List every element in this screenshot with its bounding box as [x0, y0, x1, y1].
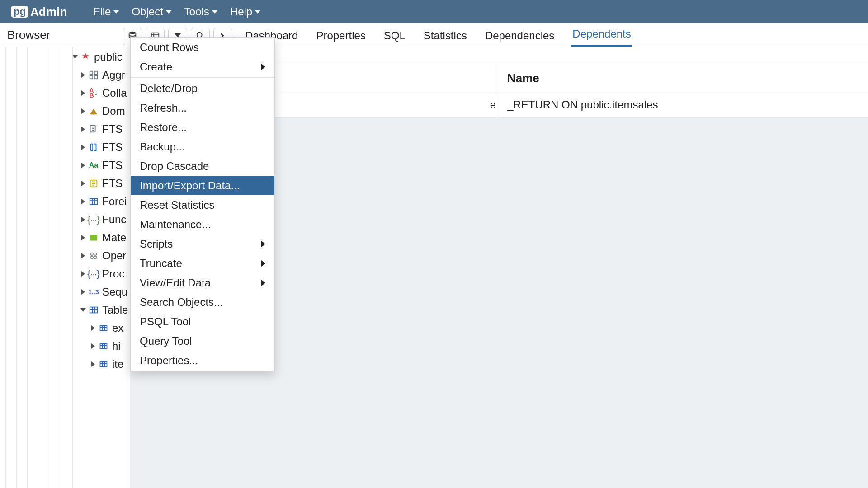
tree-item-dom[interactable]: Dom: [1, 102, 130, 120]
context-menu-item-reset_stats[interactable]: Reset Statistics: [131, 195, 274, 215]
expand-toggle-icon[interactable]: [81, 235, 85, 240]
tree-item-label: FTS: [102, 159, 123, 172]
dom-icon: [89, 106, 99, 116]
tree-item-label: Oper: [102, 249, 126, 262]
tree-item-ftsc[interactable]: FTS: [1, 120, 130, 138]
svg-rect-5: [90, 76, 93, 79]
context-menu-item-import_export[interactable]: Import/Export Data...: [131, 176, 274, 195]
tree-item-forei[interactable]: Forei: [1, 192, 130, 211]
app-logo-text: Admin: [30, 5, 67, 19]
tab-sql[interactable]: SQL: [383, 25, 406, 47]
context-menu-item-properties[interactable]: Properties...: [131, 351, 274, 370]
tree-item-ftsp[interactable]: AaFTS: [1, 156, 130, 174]
tab-properties[interactable]: Properties: [315, 25, 366, 47]
context-menu-item-scripts[interactable]: Scripts: [131, 234, 274, 253]
svg-rect-7: [92, 113, 95, 115]
svg-point-12: [91, 253, 94, 256]
browser-tree[interactable]: publicAggrAB↓CollaDomFTSFTSAaFTSFTSForei…: [0, 47, 130, 488]
tab-dependencies[interactable]: Dependencies: [484, 25, 555, 47]
svg-point-15: [94, 256, 97, 259]
menu-file[interactable]: File: [94, 5, 119, 18]
ft-icon: [89, 197, 99, 206]
svg-rect-18: [100, 343, 107, 349]
tree-item-label: Sequ: [102, 286, 127, 298]
context-menu-item-label: Query Tool: [140, 335, 192, 347]
context-menu-item-label: Properties...: [140, 354, 198, 367]
expand-toggle-icon[interactable]: [91, 343, 95, 349]
context-menu-item-label: Refresh...: [140, 102, 187, 114]
tab-dependents[interactable]: Dependents: [571, 23, 632, 47]
tree-item-coll[interactable]: AB↓Colla: [1, 84, 130, 102]
expand-toggle-icon[interactable]: [81, 145, 85, 150]
tree-item-sequ[interactable]: 1..3Sequ: [1, 283, 130, 301]
expand-toggle-icon[interactable]: [81, 199, 85, 204]
menu-help[interactable]: Help: [230, 5, 260, 18]
context-menu-item-psql_tool[interactable]: PSQL Tool: [131, 312, 274, 331]
mat-icon: [89, 233, 99, 243]
tree-item-aggr[interactable]: Aggr: [1, 66, 130, 84]
tree-item-label: Func: [102, 213, 126, 226]
tree-item-tables[interactable]: Table: [1, 301, 130, 319]
expand-toggle-icon[interactable]: [81, 271, 85, 277]
svg-point-2: [197, 32, 202, 37]
proc-icon: {⋯}: [89, 269, 99, 279]
expand-toggle-icon[interactable]: [81, 181, 85, 186]
context-menu-item-search_obj[interactable]: Search Objects...: [131, 292, 274, 312]
tree-item-oper[interactable]: Oper: [1, 247, 130, 265]
tree-item-public[interactable]: public: [1, 48, 130, 66]
tree-item-label: FTS: [102, 123, 123, 136]
context-menu-item-drop_cascade[interactable]: Drop Cascade: [131, 156, 274, 176]
expand-toggle-icon[interactable]: [91, 325, 95, 331]
chevron-down-icon: [212, 10, 217, 14]
tab-statistics[interactable]: Statistics: [423, 25, 468, 47]
agg-icon: [89, 70, 99, 80]
expand-toggle-icon[interactable]: [81, 163, 85, 168]
tree-item-t_hi[interactable]: hi: [1, 337, 130, 355]
context-menu-item-count_rows[interactable]: Count Rows: [131, 38, 274, 57]
expand-toggle-icon[interactable]: [81, 253, 85, 258]
expand-toggle-icon[interactable]: [80, 308, 86, 312]
context-menu-item-delete_drop[interactable]: Delete/Drop: [131, 79, 274, 98]
ftst-icon: [89, 178, 99, 188]
context-menu-item-label: Count Rows: [140, 41, 199, 54]
context-menu-item-view_edit[interactable]: View/Edit Data: [131, 273, 274, 292]
seq-icon: 1..3: [89, 287, 99, 297]
func-icon: {⋯}: [89, 215, 99, 225]
tree-item-t_ite[interactable]: ite: [1, 355, 130, 373]
context-menu-item-query_tool[interactable]: Query Tool: [131, 331, 274, 351]
expand-toggle-icon[interactable]: [81, 90, 85, 96]
menu-tools[interactable]: Tools: [184, 5, 217, 18]
context-menu-item-restore[interactable]: Restore...: [131, 117, 274, 137]
tree-item-t_ex[interactable]: ex: [1, 319, 130, 337]
expand-toggle-icon[interactable]: [91, 361, 95, 367]
context-menu-item-label: Drop Cascade: [140, 160, 209, 173]
context-menu-item-refresh[interactable]: Refresh...: [131, 98, 274, 117]
context-menu-item-label: PSQL Tool: [140, 315, 191, 328]
context-menu-item-truncate[interactable]: Truncate: [131, 253, 274, 273]
expand-toggle-icon[interactable]: [81, 127, 85, 132]
context-menu-item-backup[interactable]: Backup...: [131, 137, 274, 156]
svg-rect-4: [94, 71, 97, 74]
expand-toggle-icon[interactable]: [81, 72, 85, 78]
tree-item-ftst[interactable]: FTS: [1, 174, 130, 192]
tree-item-mate[interactable]: Mate: [1, 229, 130, 247]
svg-rect-6: [94, 76, 97, 79]
menu-tools-label: Tools: [184, 5, 209, 18]
expand-toggle-icon[interactable]: [72, 55, 78, 59]
context-menu-item-maintenance[interactable]: Maintenance...: [131, 215, 274, 234]
tree-item-label: FTS: [102, 177, 123, 190]
context-menu-item-create[interactable]: Create: [131, 57, 274, 76]
tree-item-func[interactable]: {⋯}Func: [1, 211, 130, 229]
tree-item-label: Table: [102, 304, 128, 316]
context-menu-item-label: Restore...: [140, 121, 187, 134]
tree-item-label: Colla: [102, 87, 127, 99]
table-icon: [99, 359, 108, 369]
expand-toggle-icon[interactable]: [81, 289, 85, 295]
tree-item-proc[interactable]: {⋯}Proc: [1, 265, 130, 283]
tree-item-ftsd[interactable]: FTS: [1, 138, 130, 156]
oper-icon: [89, 251, 99, 261]
expand-toggle-icon[interactable]: [81, 217, 85, 222]
expand-toggle-icon[interactable]: [81, 108, 85, 114]
menu-object[interactable]: Object: [132, 5, 171, 18]
context-menu[interactable]: Count RowsCreateDelete/DropRefresh...Res…: [130, 37, 275, 371]
